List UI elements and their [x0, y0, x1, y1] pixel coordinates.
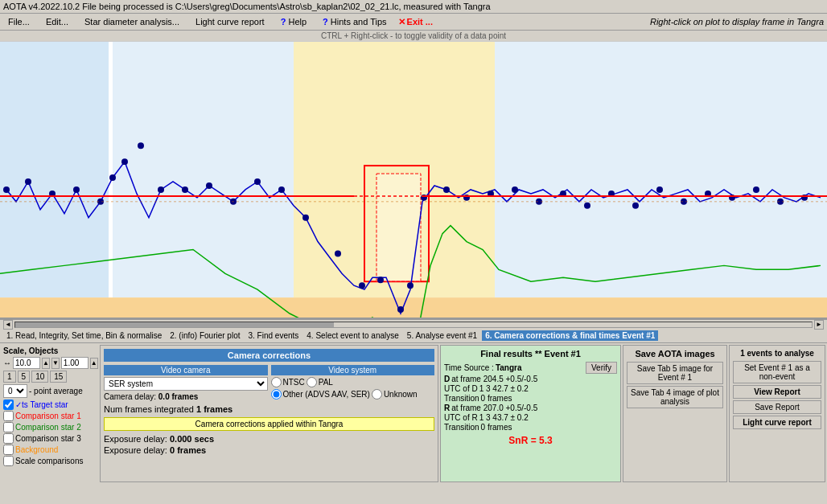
tab-2[interactable]: 2. (info) Fourier plot: [167, 330, 243, 341]
tab-3[interactable]: 3. Find events: [245, 330, 302, 341]
scroll-left-btn[interactable]: ◄: [3, 320, 13, 330]
camera-row: Video camera SER system Camera delay: 0.…: [104, 365, 434, 401]
svg-point-7: [3, 186, 10, 193]
d-val: at frame 204.5 +0.5/-0.5: [451, 375, 537, 383]
tab-4[interactable]: 4. Select event to analyse: [303, 330, 402, 341]
svg-point-16: [182, 186, 188, 193]
hints-icon: ?: [323, 17, 328, 27]
r-val: at frame 207.0 +0.5/-0.5: [451, 404, 537, 412]
final-results-title: Final results ** Event #1: [444, 349, 617, 359]
light-curve-menu[interactable]: Light curve report: [191, 15, 269, 28]
tabs-bar: 1. Read, Integrity, Set time, Bin & norm…: [0, 329, 827, 343]
scale-row: ↔ ▲ ▼ ▲ ▼: [3, 357, 97, 369]
camera-delay-label: Camera delay:: [104, 392, 156, 401]
unknown-radio[interactable]: [372, 389, 382, 400]
star-diameter-menu[interactable]: Star diameter analysis...: [80, 15, 184, 28]
svg-point-10: [73, 186, 80, 193]
tab-6[interactable]: 6. Camera corrections & final times Even…: [482, 330, 658, 341]
comp3-checkbox[interactable]: [3, 433, 14, 444]
chart-area: 160 170 180 490 200 210 220 230 240 250 …: [0, 42, 827, 319]
right-click-hint: Right-click on plot to display frame in …: [650, 17, 824, 27]
video-system-col: Video system NTSC PAL Other (ADVS AAV, S…: [271, 365, 435, 400]
point-average-select[interactable]: 0123: [3, 384, 27, 398]
pal-label: PAL: [319, 378, 333, 387]
edit-menu[interactable]: Edit...: [41, 15, 73, 28]
exit-x-icon: ✕: [398, 17, 405, 27]
scroll-track[interactable]: [14, 322, 813, 328]
hints-menu[interactable]: ? Hints and Tips: [318, 15, 392, 28]
scale-input[interactable]: [13, 357, 40, 369]
ntsc-radio[interactable]: [271, 377, 282, 387]
exposure-delay-row: Exposure delay: 0.000 secs: [104, 434, 434, 444]
d-label: D: [444, 375, 450, 383]
objects-input[interactable]: [61, 357, 88, 369]
set-event-button[interactable]: Set Event # 1 as a non-event: [733, 361, 821, 383]
svg-rect-1: [113, 42, 294, 297]
transition-r-row: Transition 0 frames: [444, 423, 617, 432]
ntsc-label: NTSC: [283, 378, 305, 387]
comp1-checkbox[interactable]: [3, 411, 14, 421]
transition-r-val: 0 frames: [481, 423, 512, 432]
light-curve-report-button[interactable]: Light curve report: [733, 416, 821, 429]
hints-label: Hints and Tips: [331, 17, 387, 27]
svg-point-13: [121, 158, 128, 165]
pal-radio[interactable]: [307, 377, 317, 387]
objects-up-btn[interactable]: ▲: [90, 358, 98, 369]
tab-1[interactable]: 1. Read, Integrity, Set time, Bin & norm…: [3, 330, 165, 341]
svg-point-19: [254, 178, 261, 185]
target-star-label: ✓ts Target star: [15, 400, 68, 409]
scale-comps-row: Scale comparisons: [3, 456, 97, 466]
svg-point-37: [656, 186, 663, 193]
tab-5[interactable]: 5. Analyse event #1: [404, 330, 480, 341]
file-menu[interactable]: File...: [3, 15, 35, 28]
d-row: D at frame 204.5 +0.5/-0.5: [444, 375, 617, 383]
exposure-frames-label: Exposure delay:: [104, 445, 167, 455]
save-tab5-button[interactable]: Save Tab 5 image for Event # 1: [627, 362, 723, 384]
svg-point-14: [138, 142, 144, 149]
svg-rect-4: [0, 297, 827, 318]
camera-corrections-panel: Camera corrections Video camera SER syst…: [100, 345, 438, 482]
exit-button[interactable]: ✕ Exit ...: [398, 17, 433, 27]
time-source-label: Time Source :: [444, 363, 494, 372]
exposure-frames-val: 0 frames: [170, 445, 206, 455]
ntsc-row: NTSC PAL: [271, 377, 435, 387]
svg-rect-0: [0, 42, 109, 297]
scale-comps-label: Scale comparisons: [15, 457, 83, 465]
comp2-checkbox[interactable]: [3, 422, 14, 432]
scale-up-btn[interactable]: ▲: [42, 358, 50, 369]
snr-label: SnR =: [508, 435, 536, 446]
btn-10[interactable]: 10: [31, 371, 48, 383]
background-checkbox[interactable]: [3, 445, 14, 455]
other-radio[interactable]: [271, 389, 282, 400]
btn-1[interactable]: 1: [3, 371, 16, 383]
target-star-row: ✓ts Target star: [3, 400, 97, 410]
exit-label: Exit ...: [407, 17, 433, 27]
svg-point-26: [407, 282, 414, 289]
video-system-subtitle: Video system: [271, 365, 435, 375]
time-source-val: Tangra: [496, 363, 522, 372]
exposure-delay-label: Exposure delay:: [104, 434, 167, 444]
point-average-row: 0123 - point average: [3, 384, 97, 398]
verify-button[interactable]: Verify: [586, 362, 617, 374]
r-label: R: [444, 404, 450, 412]
scale-comps-checkbox[interactable]: [3, 456, 14, 466]
svg-point-24: [377, 277, 384, 283]
scroll-right-btn[interactable]: ►: [814, 320, 824, 330]
exposure-frames-row: Exposure delay: 0 frames: [104, 445, 434, 455]
help-icon: ?: [281, 17, 286, 27]
scale-down-btn[interactable]: ▼: [51, 358, 60, 369]
help-menu[interactable]: ? Help: [276, 15, 311, 28]
save-aota-panel: Save AOTA images Save Tab 5 image for Ev…: [623, 345, 727, 482]
video-system-radios: NTSC PAL Other (ADVS AAV, SER) Unknown: [271, 377, 435, 400]
btn-15[interactable]: 15: [50, 371, 67, 383]
chart-svg: 160 170 180 490 200 210 220 230 240 250 …: [0, 42, 827, 318]
final-results-panel: Final results ** Event #1 Time Source : …: [440, 345, 621, 482]
save-tab4-button[interactable]: Save Tab 4 image of plot analysis: [627, 386, 723, 408]
btn-5[interactable]: 5: [18, 371, 31, 383]
target-star-checkbox[interactable]: [3, 400, 14, 410]
view-report-button[interactable]: View Report: [733, 385, 821, 399]
camera-corrections-title: Camera corrections: [104, 349, 434, 362]
camera-select[interactable]: SER system: [104, 377, 268, 391]
save-report-button[interactable]: Save Report: [733, 400, 821, 414]
comp2-row: Comparison star 2: [3, 422, 97, 432]
